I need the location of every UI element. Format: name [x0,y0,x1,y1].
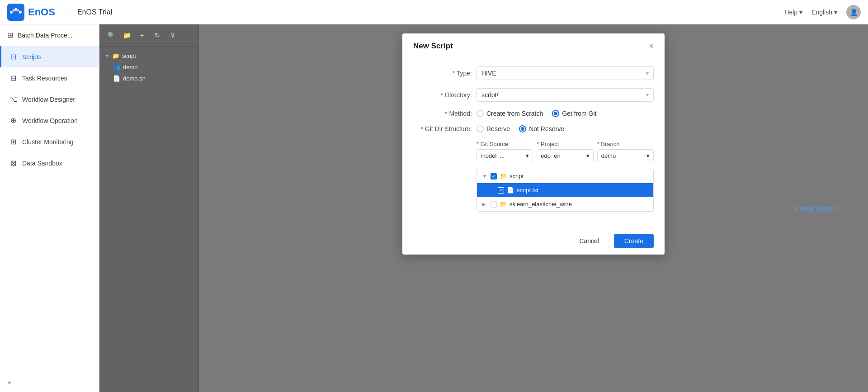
method-label: * Method: [413,110,476,117]
scratch-radio-circle [476,110,484,117]
sidebar-menu: ⊡ Scripts ⊟ Task Resources ⌥ Workflow De… [0,46,99,372]
method-git-radio[interactable]: Get from Git [552,110,596,117]
dialog-footer: Cancel Create [402,227,665,255]
type-select[interactable]: HIVE ▾ [476,66,654,80]
sidebar-item-workflow-designer[interactable]: ⌥ Workflow Designer [0,89,99,110]
git-source-label: * Git Source [476,141,533,147]
git-dir-structure-row: * Git Dir Structure: Reserve [413,125,654,132]
project-select[interactable]: edp_en ▾ [537,149,593,162]
sidebar-collapse-button[interactable]: ≡ [0,372,99,392]
logo: EnOS [7,4,55,21]
file-toolbar: 🔍 📁 + ↻ ⊽ [99,24,198,47]
sidebar-item-data-sandbox[interactable]: ⊠ Data Sandbox [0,152,99,174]
new-script-dialog: New Script × * Type: HIVE ▾ [402,33,665,255]
dialog-title: New Script [413,42,453,51]
dialog-overlay: New Script × * Type: HIVE ▾ [199,24,868,392]
sidebar-header-title: Batch Data Proce... [18,32,72,39]
branch-arrow-icon: ▾ [646,152,650,159]
not-reserve-radio[interactable]: Not Reserve [519,125,564,132]
search-button[interactable]: 🔍 [105,29,118,42]
workflow-designer-icon: ⌥ [9,95,18,104]
sidebar-header: ⊞ Batch Data Proce... [0,24,99,46]
project-field: * Project edp_en ▾ [537,141,593,162]
sidebar-item-workflow-designer-label: Workflow Designer [22,96,75,103]
dtree-file-icon: 📄 [507,187,514,194]
file-panel: 🔍 📁 + ↻ ⊽ ▼ 📁 script 👥 demo 📄 demo.sh [99,24,199,392]
lang-chevron-icon: ▾ [834,9,837,16]
scripts-icon: ⊡ [9,52,18,61]
dialog-file-tree: ▼ 📁 script 📄 script.txt [476,169,654,212]
sidebar-item-task-resources-label: Task Resources [22,75,67,82]
git-source-select[interactable]: model_... ▾ [476,149,533,162]
directory-label: * Directory: [413,91,476,99]
navbar-divider [70,5,70,19]
dialog-header: New Script × [402,33,665,57]
batch-icon: ⊞ [7,31,13,39]
script-group-icon: 👥 [113,64,120,71]
method-control: Create from Scratch Get from Git [476,110,654,117]
git-dir-structure-control: Reserve Not Reserve [476,125,654,132]
svg-point-1 [13,9,15,11]
file-icon: 📄 [113,75,120,82]
project-arrow-icon: ▾ [586,152,590,159]
navbar-right: Help ▾ English ▾ 👤 [784,5,861,19]
cancel-button[interactable]: Cancel [569,234,609,248]
file-tree: ▼ 📁 script 👥 demo 📄 demo.sh [99,47,198,392]
sidebar-item-scripts[interactable]: ⊡ Scripts [0,46,99,67]
sidebar-item-cluster-monitoring-label: Cluster Monitoring [22,138,74,146]
file-node-demo-sh[interactable]: 📄 demo.sh [99,73,198,84]
file-node-script[interactable]: ▼ 📁 script [99,50,198,61]
dtree-checkbox-script-txt[interactable] [498,187,504,194]
sidebar-item-cluster-monitoring[interactable]: ⊞ Cluster Monitoring [0,131,99,152]
svg-point-0 [10,11,13,14]
sidebar-item-scripts-label: Scripts [22,53,42,61]
reserve-radio[interactable]: Reserve [476,125,510,132]
method-radio-group: Create from Scratch Get from Git [476,110,597,117]
svg-point-3 [17,9,19,11]
dialog-close-button[interactable]: × [649,42,654,50]
navbar: EnOS EnOS Trial Help ▾ English ▾ 👤 [0,0,868,24]
dtree-sklearn-folder-icon: 📁 [500,201,507,208]
data-sandbox-icon: ⊠ [9,159,18,167]
svg-point-2 [14,8,17,11]
type-label: * Type: [413,70,476,77]
branch-label: * Branch [597,141,654,147]
cluster-monitoring-icon: ⊞ [9,137,18,146]
avatar[interactable]: 👤 [846,5,861,19]
method-scratch-radio[interactable]: Create from Scratch [476,110,543,117]
dtree-node-script-folder[interactable]: ▼ 📁 script [477,169,653,183]
dtree-node-script-txt[interactable]: 📄 script.txt [477,183,653,197]
reserve-radio-circle [476,125,484,132]
workflow-operation-icon: ⊕ [9,116,18,125]
directory-select-arrow-icon: ▾ [646,92,649,98]
directory-select[interactable]: script/ ▾ [476,88,654,102]
refresh-button[interactable]: ↻ [151,29,164,42]
git-fields-row: * Git Source model_... ▾ * Project [476,141,654,162]
type-control: HIVE ▾ [476,66,654,80]
sidebar-item-task-resources[interactable]: ⊟ Task Resources [0,67,99,89]
directory-row: * Directory: script/ ▾ [413,88,654,102]
help-chevron-icon: ▾ [799,9,802,16]
dtree-node-sklearn-folder[interactable]: ▶ 📁 sklearn_elasticnet_wine [477,197,653,211]
not-reserve-radio-circle [519,125,526,132]
file-node-demo[interactable]: 👥 demo [99,61,198,73]
filter-button[interactable]: ⊽ [166,29,179,42]
sidebar-item-workflow-operation-label: Workflow Operation [22,117,78,124]
add-button[interactable]: + [136,29,148,42]
dialog-body: * Type: HIVE ▾ * [402,57,665,227]
git-dir-structure-radio-group: Reserve Not Reserve [476,125,564,132]
help-button[interactable]: Help ▾ [784,9,802,16]
svg-point-4 [19,11,22,14]
sidebar-item-workflow-operation[interactable]: ⊕ Workflow Operation [0,110,99,131]
create-button[interactable]: Create [614,234,654,248]
git-dir-structure-label: * Git Dir Structure: [413,125,476,132]
branch-select[interactable]: demo ▾ [597,149,654,162]
main-content: Create Script >> New Script × * Type: [199,24,868,392]
dtree-checkbox-script[interactable] [491,173,497,179]
git-source-field: * Git Source model_... ▾ [476,141,533,162]
dtree-checkbox-sklearn[interactable] [491,201,497,208]
branch-field: * Branch demo ▾ [597,141,654,162]
language-button[interactable]: English ▾ [811,9,837,16]
dtree-toggle-sklearn-icon: ▶ [482,202,488,207]
new-folder-button[interactable]: 📁 [120,29,133,42]
